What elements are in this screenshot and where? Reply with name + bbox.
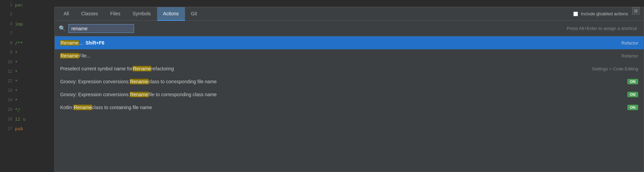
editor-line-10: 10 * [0, 57, 56, 67]
result-highlight: Rename [130, 92, 149, 97]
result-item-kotlin-rename[interactable]: Kotlin: Rename class to containing file … [55, 101, 644, 114]
line-number: 8 [3, 40, 12, 45]
result-item-groovy-class[interactable]: Groovy: Expression conversions: Rename c… [55, 75, 644, 88]
editor-line-1: 1 pac [0, 0, 56, 10]
result-suffix: refactoring [151, 66, 174, 71]
line-number: 3 [3, 21, 12, 26]
code-text: * [15, 69, 18, 74]
result-highlight: Rename [60, 53, 79, 58]
include-disabled-label[interactable]: Include disabled actions [573, 7, 628, 20]
code-text: /** [15, 40, 23, 46]
line-number: 7 [3, 31, 12, 36]
line-number: 13 [3, 88, 12, 93]
line-number: 15 [3, 107, 12, 112]
editor-line-13: 13 * [0, 86, 56, 95]
line-number: 11 [3, 69, 12, 74]
editor-line-12: 12 * [0, 76, 56, 86]
search-shortcut-hint: Press Alt+Enter to assign a shortcut [134, 26, 640, 31]
result-prefix: Groovy: Expression conversions: [60, 79, 130, 84]
search-popup: All Classes Files Symbols Actions Git In… [54, 7, 644, 172]
editor-line-7: 7 [0, 29, 56, 38]
result-highlight: Rename [60, 40, 79, 46]
result-item-label: Groovy: Expression conversions: Rename c… [60, 79, 625, 84]
search-bar: 🔍 Press Alt+Enter to assign a shortcut [55, 21, 644, 36]
line-number: 14 [3, 98, 12, 102]
underline-d-text: d [596, 11, 599, 16]
result-suffix: File... [79, 53, 90, 58]
include-disabled-text: Include disabled actions [581, 11, 628, 16]
editor-line-14: 14 * [0, 95, 56, 105]
editor-line-11: 11 * [0, 67, 56, 76]
include-disabled-checkbox[interactable] [573, 12, 578, 16]
tab-spacer [203, 7, 573, 20]
line-number: 12 [3, 79, 12, 83]
editor-line-3: 3 imp [0, 19, 56, 29]
on-badge: ON [627, 92, 639, 97]
tab-git[interactable]: Git [185, 7, 203, 21]
result-prefix: Kotlin: [60, 105, 73, 110]
line-number: 10 [3, 59, 12, 64]
line-number: 9 [3, 50, 12, 55]
tab-actions[interactable]: Actions [157, 7, 185, 21]
result-item-groovy-file[interactable]: Groovy: Expression conversions: Rename f… [55, 88, 644, 101]
code-text: * [15, 50, 18, 55]
line-number: 1 [3, 2, 12, 7]
search-icon: 🔍 [59, 25, 66, 32]
result-shortcut: Shift+F6 [84, 40, 105, 46]
result-prefix: Preselect current symbol name for [60, 66, 133, 71]
code-text: * [15, 88, 18, 93]
code-text: * [15, 98, 18, 103]
result-item-label: Preselect current symbol name for Rename… [60, 66, 592, 71]
editor-line-8: 8 /** [0, 38, 56, 48]
result-suffix: class to corresponding file name [149, 79, 217, 84]
tab-bar: All Classes Files Symbols Actions Git In… [55, 7, 644, 21]
result-item-preselect[interactable]: Preselect current symbol name for Rename… [55, 62, 644, 75]
line-number: 2 [3, 12, 12, 17]
editor-background: 1 pac 2 3 imp 7 8 /** 9 * 10 * 11 * 12 *… [0, 0, 56, 172]
results-list: Rename... Shift+F6 Refactor Rename File.… [55, 36, 644, 172]
result-prefix: Groovy: Expression conversions: [60, 92, 130, 97]
code-text: imp [15, 21, 23, 27]
result-highlight: Rename [73, 105, 92, 110]
code-text: * [15, 59, 18, 65]
tab-all[interactable]: All [57, 7, 75, 21]
result-category: Settings > Code Editing [592, 66, 638, 71]
result-suffix: class to containing file name [92, 105, 152, 110]
code-text: */ [15, 107, 20, 112]
result-item-label: Kotlin: Rename class to containing file … [60, 105, 625, 110]
search-input[interactable] [68, 24, 134, 33]
result-suffix: file to corresponding class name [149, 92, 217, 97]
on-badge: ON [627, 79, 639, 84]
code-text: pub [15, 126, 23, 131]
result-suffix: ... [79, 40, 83, 46]
code-text: pac [15, 2, 23, 7]
result-category: Refactor [622, 53, 638, 58]
editor-line-17: 17 pub [0, 124, 56, 133]
result-category: Refactor [622, 40, 638, 46]
code-text: * [15, 79, 18, 84]
result-highlight: Rename [133, 66, 151, 71]
toolbar-settings-icon[interactable]: ⊟ [632, 7, 640, 15]
result-item-rename-file[interactable]: Rename File... Refactor [55, 49, 644, 62]
tab-files[interactable]: Files [104, 7, 126, 21]
tab-classes[interactable]: Classes [75, 7, 104, 21]
tab-symbols[interactable]: Symbols [126, 7, 157, 21]
editor-line-9: 9 * [0, 48, 56, 57]
result-highlight: Rename [130, 79, 149, 84]
code-text: 12 u [15, 117, 26, 122]
result-item-label: Rename... Shift+F6 [60, 40, 622, 46]
editor-line-16: 16 12 u [0, 114, 56, 124]
result-item-label: Groovy: Expression conversions: Rename f… [60, 92, 625, 97]
result-item-rename[interactable]: Rename... Shift+F6 Refactor [55, 36, 644, 49]
on-badge: ON [627, 105, 639, 110]
result-item-label: Rename File... [60, 53, 622, 58]
editor-line-15: 15 */ [0, 105, 56, 114]
line-number: 17 [3, 126, 12, 131]
editor-line-2: 2 [0, 10, 56, 19]
line-number: 16 [3, 117, 12, 121]
